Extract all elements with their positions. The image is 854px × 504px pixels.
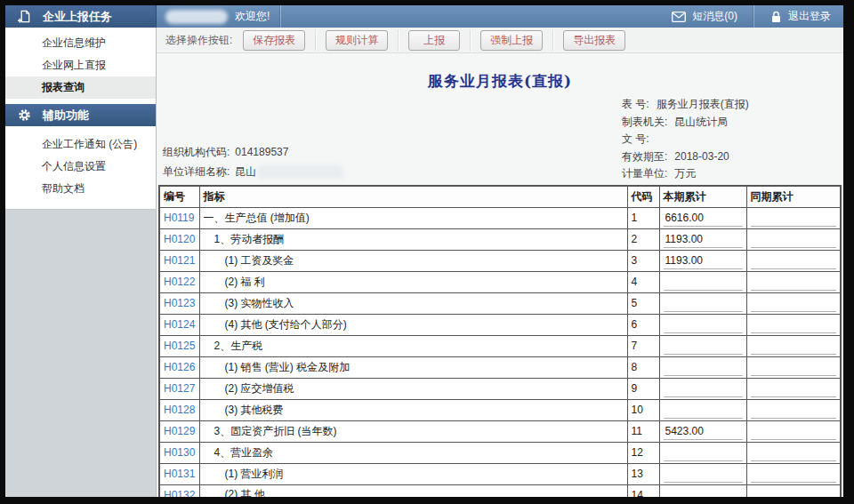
toolbar-button[interactable]: 保存报表 (243, 30, 305, 51)
sidebar-item[interactable]: 企业网上直报 (5, 54, 156, 76)
current-period-input[interactable] (664, 423, 743, 440)
toolbar: 选择操作按钮: 保存报表 规则计算 上报 强制上报 导出报表 (157, 28, 843, 53)
current-period-cell (659, 335, 746, 356)
code-cell: 2 (627, 228, 659, 250)
toolbar-button[interactable]: 导出报表 (563, 30, 625, 51)
sidebar-item[interactable]: 报表查询 (5, 76, 156, 99)
indicator-cell: (4) 其他 (支付给个人部分) (199, 314, 627, 335)
indicator-cell: 3、固定资产折旧 (当年数) (199, 420, 627, 442)
sidebar-filler (5, 210, 156, 497)
indicator-code-link[interactable]: H0123 (164, 297, 195, 309)
current-period-cell (659, 356, 746, 378)
indicator-code-link[interactable]: H0126 (164, 361, 195, 373)
indicator-code-link[interactable]: H0122 (164, 276, 195, 288)
indicator-cell: (2) 福 利 (199, 271, 627, 292)
sidebar-item[interactable]: 企业信息维护 (5, 32, 156, 54)
logout-label: 退出登录 (788, 9, 831, 24)
current-period-input[interactable] (664, 252, 743, 269)
prior-period-input[interactable] (751, 423, 837, 440)
logout-button[interactable]: 退出登录 (765, 9, 843, 24)
prior-period-input[interactable] (751, 231, 837, 248)
indicator-code-link[interactable]: H0124 (164, 318, 195, 331)
meta-label: 制表机关: (622, 116, 667, 128)
sidebar-item[interactable]: 企业工作通知 (公告) (5, 133, 156, 156)
current-period-input[interactable] (664, 210, 743, 227)
indicator-code-link[interactable]: H0127 (164, 382, 195, 395)
toolbar-button[interactable]: 规则计算 (326, 30, 388, 51)
current-period-cell (659, 420, 746, 442)
current-period-input[interactable] (664, 466, 743, 483)
indicator-code-link[interactable]: H0121 (164, 254, 195, 267)
app-window: 企业上报任务 欢迎您! 短消息(0) (5, 5, 843, 497)
prior-period-input[interactable] (751, 210, 837, 227)
current-period-input[interactable] (664, 380, 743, 397)
code-cell: 13 (627, 463, 659, 484)
indicator-code-link[interactable]: H0131 (164, 468, 195, 480)
code-cell: 6 (627, 314, 659, 335)
prior-period-input[interactable] (751, 466, 837, 483)
current-period-input[interactable] (664, 444, 743, 461)
current-period-input[interactable] (664, 274, 743, 291)
indicator-code-link[interactable]: H0120 (164, 233, 195, 245)
toolbar-button[interactable]: 上报 (408, 30, 460, 51)
toolbar-button[interactable]: 强制上报 (480, 30, 543, 51)
indicator-code-link[interactable]: H0132 (164, 489, 195, 497)
indicator-code-link[interactable]: H0119 (164, 212, 194, 224)
sidebar-item[interactable]: 个人信息设置 (5, 156, 156, 178)
prior-period-input[interactable] (751, 359, 837, 376)
current-period-cell (659, 271, 746, 292)
indicator-cell: 一、生产总值 (增加值) (199, 207, 627, 228)
current-period-input[interactable] (664, 338, 743, 355)
prior-period-input[interactable] (751, 402, 837, 419)
row-id-cell: H0128 (159, 399, 199, 420)
table-header-cell: 本期累计 (659, 186, 746, 207)
prior-period-input[interactable] (751, 338, 837, 355)
meta-label: 有效期至: (622, 150, 667, 163)
current-period-input[interactable] (664, 295, 743, 312)
table-header-cell: 同期累计 (746, 186, 841, 207)
welcome-text: 欢迎您! (235, 9, 270, 24)
prior-period-input[interactable] (751, 444, 837, 461)
table-row: H0123 (3) 实物性收入 5 (159, 292, 841, 314)
table-row: H0119 一、生产总值 (增加值) 1 (159, 207, 841, 228)
prior-period-input[interactable] (751, 252, 837, 269)
indicator-code-link[interactable]: H0129 (164, 425, 195, 437)
row-id-cell: H0125 (159, 335, 199, 356)
table-header-row: 编号 指标 代码 本期累计 同期累计 (159, 186, 841, 207)
toolbar-label: 选择操作按钮: (165, 33, 232, 48)
prior-period-input[interactable] (751, 295, 837, 312)
row-id-cell: H0130 (159, 442, 199, 463)
current-period-input[interactable] (664, 316, 743, 333)
current-period-input[interactable] (664, 486, 743, 497)
org-code-value: 014189537 (235, 142, 288, 162)
prior-period-cell (746, 399, 841, 420)
sidebar-section-header-tasks[interactable]: 企业上报任务 (5, 5, 157, 28)
table-row: H0132 (2) 其 他 14 (159, 484, 841, 497)
current-period-cell (659, 228, 746, 250)
indicator-code-link[interactable]: H0130 (164, 446, 195, 459)
prior-period-cell (746, 420, 841, 442)
current-period-cell (659, 314, 746, 335)
document-add-icon (18, 10, 31, 23)
sidebar-item[interactable]: 帮助文档 (5, 178, 156, 200)
meta-line: 计量单位:万元 (622, 165, 835, 183)
prior-period-input[interactable] (751, 486, 837, 497)
current-period-input[interactable] (664, 359, 743, 376)
indicator-code-link[interactable]: H0128 (164, 404, 195, 416)
indicator-code-link[interactable]: H0125 (164, 340, 195, 352)
sidebar-section-header-aux[interactable]: 辅助功能 (5, 104, 156, 126)
unit-name-label: 单位详细名称: (163, 162, 230, 181)
prior-period-input[interactable] (751, 380, 837, 397)
messages-button[interactable]: 短消息(0) (666, 9, 743, 24)
sidebar: 企业信息维护 企业网上直报 报表查询 辅助功能 企业工作通知 (公告) (5, 28, 157, 497)
current-period-input[interactable] (664, 231, 743, 248)
current-period-cell (659, 463, 746, 484)
table-header-cell: 指标 (199, 186, 627, 207)
prior-period-input[interactable] (751, 316, 837, 333)
meta-value: 服务业月报表(直报) (657, 98, 749, 110)
envelope-icon (672, 12, 686, 22)
prior-period-input[interactable] (751, 274, 837, 291)
current-period-input[interactable] (664, 402, 743, 419)
report-area: 服务业月报表(直报) 组织机构代码: 014189537 单位详细名称: 昆山 (157, 53, 843, 497)
prior-period-cell (746, 271, 841, 292)
